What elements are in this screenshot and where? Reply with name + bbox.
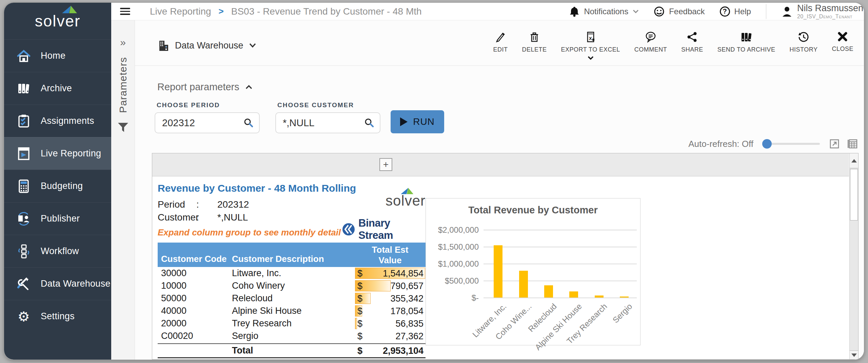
topbar-divider xyxy=(766,4,766,19)
period-input[interactable] xyxy=(162,117,243,129)
slider-handle[interactable] xyxy=(762,139,772,149)
user-menu[interactable]: Nils Rasmussen 20_ISV_Demo_Tenant xyxy=(781,3,863,20)
history-button[interactable]: HISTORY xyxy=(784,31,824,53)
hamburger-menu-icon[interactable] xyxy=(120,8,130,15)
assignments-icon xyxy=(16,114,31,129)
sidebar-item-label: Publisher xyxy=(41,213,80,224)
table-rows: 30000Litware, Inc.$1,544,85410000Coho Wi… xyxy=(158,267,426,342)
total-label: Total xyxy=(231,345,355,356)
filter-funnel-icon[interactable] xyxy=(117,122,129,133)
user-avatar-icon xyxy=(781,6,793,17)
value-cell: $790,657 xyxy=(355,280,426,292)
column-group-strip: + xyxy=(152,153,849,176)
chart-bar xyxy=(620,297,629,298)
sidebar-item-label: Workflow xyxy=(41,246,79,256)
revenue-table: Customer Code Customer Description Total… xyxy=(158,243,426,358)
table-row: 20000Trey Research$56,835 xyxy=(158,317,426,330)
send-to-archive-button[interactable]: SEND TO ARCHIVE xyxy=(712,31,781,53)
scroll-up-button[interactable] xyxy=(850,153,858,168)
report-parameters-toggle[interactable]: Report parameters xyxy=(157,81,864,93)
sidebar-item-home[interactable]: Home xyxy=(4,39,111,72)
vertical-scrollbar[interactable] xyxy=(849,153,858,359)
breadcrumb: Live Reporting > BS03 - Revenue Trend by… xyxy=(150,6,422,17)
binary-stream-icon xyxy=(341,222,356,236)
auto-refresh-slider[interactable] xyxy=(763,143,820,145)
data-warehouse-icon xyxy=(16,276,31,291)
choose-period-label: CHOOSE PERIOD xyxy=(157,101,260,109)
sidebar-item-workflow[interactable]: Workflow xyxy=(4,235,111,267)
edit-button[interactable]: EDIT xyxy=(487,31,513,53)
share-icon xyxy=(686,31,698,43)
value-cell: $178,054 xyxy=(355,305,426,317)
binary-stream-logo: Binary Stream xyxy=(341,217,426,242)
help-button[interactable]: ? Help xyxy=(720,6,751,17)
sidebar-item-archive[interactable]: Archive xyxy=(4,72,111,104)
customer-description-cell: Coho Winery xyxy=(231,281,355,291)
scroll-down-button[interactable] xyxy=(850,350,858,359)
report-title: Revenue by Customer - 48 Month Rolling xyxy=(158,183,849,194)
close-button[interactable]: CLOSE xyxy=(826,31,859,53)
sidebar-item-label: Data Warehouse xyxy=(41,279,111,289)
sidebar-item-assignments[interactable]: Assignments xyxy=(4,104,111,137)
publisher-icon xyxy=(16,211,31,226)
currency-symbol: $ xyxy=(357,306,362,316)
delete-button[interactable]: DELETE xyxy=(516,31,552,53)
chevron-down-icon xyxy=(249,43,256,48)
value-amount: 355,342 xyxy=(390,293,423,304)
report-body: Revenue by Customer - 48 Month Rolling P… xyxy=(152,176,849,359)
share-button[interactable]: SHARE xyxy=(675,31,709,53)
choose-customer-label: CHOOSE CUSTOMER xyxy=(277,101,380,109)
col-customer-code: Customer Code xyxy=(158,243,231,267)
sidebar-item-live-reporting[interactable]: Live Reporting xyxy=(4,137,111,170)
topbar-right: Notifications Feedback xyxy=(569,3,863,20)
notifications-button[interactable]: Notifications xyxy=(569,6,639,17)
comment-button[interactable]: COMMENT xyxy=(629,31,673,53)
sidebar-item-settings[interactable]: ⚙ Settings xyxy=(4,300,111,332)
data-source-label: Data Warehouse xyxy=(175,40,243,51)
app-window: solver Home xyxy=(4,3,864,360)
data-source-select[interactable]: Data Warehouse xyxy=(157,38,256,53)
chart-gridline xyxy=(484,264,637,264)
sidebar-item-publisher[interactable]: Publisher xyxy=(4,202,111,235)
chart-y-tick: $1,000,000 xyxy=(426,259,479,269)
sidebar-item-label: Home xyxy=(41,51,65,61)
svg-text:X: X xyxy=(589,36,592,41)
report-viewport: + Revenue by Customer - 48 Month Rolling… xyxy=(152,153,859,360)
run-button[interactable]: RUN xyxy=(391,110,444,133)
expand-column-group-button[interactable]: + xyxy=(379,158,392,171)
currency-symbol: $ xyxy=(357,318,362,329)
notifications-label: Notifications xyxy=(584,7,628,16)
parameters-rail-label[interactable]: Parameters xyxy=(117,57,129,113)
chart-title: Total Revenue by Customer xyxy=(426,205,640,216)
grid-view-icon[interactable] xyxy=(847,139,858,149)
feedback-button[interactable]: Feedback xyxy=(654,6,705,17)
page-title: BS03 - Revenue Trend by Customer - 48 Mt… xyxy=(231,6,422,17)
customer-description-cell: Litware, Inc. xyxy=(231,268,355,279)
scrollbar-thumb[interactable] xyxy=(850,169,858,221)
home-icon xyxy=(16,49,31,63)
excel-icon: X xyxy=(585,31,596,43)
export-to-excel-button[interactable]: X EXPORT TO EXCEL xyxy=(555,31,626,60)
sidebar-item-label: Budgeting xyxy=(41,181,83,191)
breadcrumb-section[interactable]: Live Reporting xyxy=(150,6,211,17)
toolbar-actions: EDIT xyxy=(487,20,859,65)
search-icon[interactable] xyxy=(364,118,374,128)
search-icon[interactable] xyxy=(243,118,254,128)
chart-y-tick: $1,500,000 xyxy=(426,242,479,252)
chevron-up-icon xyxy=(245,85,252,89)
currency-symbol: $ xyxy=(357,331,362,341)
rail-expand-icon[interactable]: » xyxy=(120,37,126,48)
sidebar-item-budgeting[interactable]: Budgeting xyxy=(4,170,111,202)
play-icon xyxy=(400,117,408,126)
table-total-row: Total $ 2,953,104 xyxy=(158,343,426,358)
sidebar-item-data-warehouse[interactable]: Data Warehouse xyxy=(4,267,111,300)
customer-input[interactable] xyxy=(283,117,364,129)
customer-description-cell: Trey Research xyxy=(231,318,355,329)
report-toolbar: Data Warehouse xyxy=(135,20,864,66)
value-amount: 1,544,854 xyxy=(383,268,423,279)
chart-y-tick: $- xyxy=(426,293,479,303)
value-cell: $355,342 xyxy=(355,292,426,305)
sidebar-item-label: Settings xyxy=(41,311,75,322)
sidebar-item-label: Archive xyxy=(41,83,72,94)
popout-icon[interactable] xyxy=(829,139,840,149)
